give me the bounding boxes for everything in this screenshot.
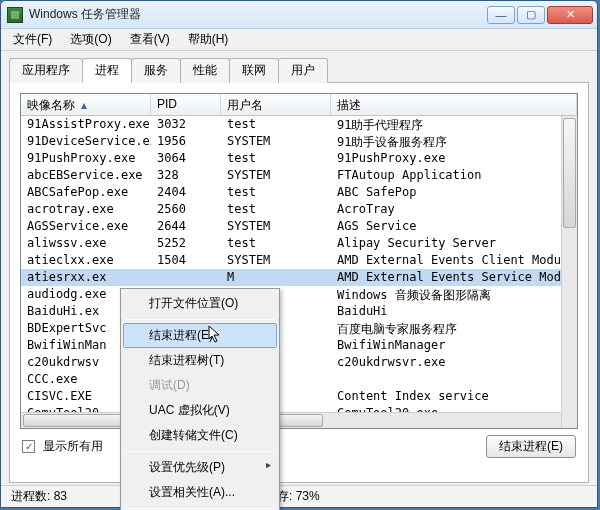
menu-options[interactable]: 选项(O) [62, 28, 119, 51]
cell: 91PushProxy.exe [21, 150, 151, 167]
statusbar: 进程数: 83 存: 73% [1, 485, 597, 507]
ctx-create-dump[interactable]: 创建转储文件(C) [123, 423, 277, 448]
cell: BwifiWinManager [331, 337, 577, 354]
tab-services[interactable]: 服务 [131, 58, 181, 83]
cell: aliwssv.exe [21, 235, 151, 252]
cell: ABCSafePop.exe [21, 184, 151, 201]
cell: AGSService.exe [21, 218, 151, 235]
cell: abcEBService.exe [21, 167, 151, 184]
table-row[interactable]: atieclxx.exe1504SYSTEMAMD External Event… [21, 252, 577, 269]
end-process-button[interactable]: 结束进程(E) [486, 435, 576, 458]
ctx-end-process-tree[interactable]: 结束进程树(T) [123, 348, 277, 373]
tab-applications[interactable]: 应用程序 [9, 58, 83, 83]
window-buttons: — ▢ ✕ [487, 6, 593, 24]
show-all-checkbox[interactable]: ✓ [22, 440, 35, 453]
maximize-button[interactable]: ▢ [517, 6, 545, 24]
table-row[interactable]: aliwssv.exe5252testAlipay Security Serve… [21, 235, 577, 252]
ctx-open-file-location[interactable]: 打开文件位置(O) [123, 291, 277, 316]
cell: Windows 音频设备图形隔离 [331, 286, 577, 303]
cell [331, 371, 577, 388]
panel-footer: ✓ 显示所有用 结束进程(E) [20, 429, 578, 458]
cell [151, 269, 221, 286]
titlebar[interactable]: Windows 任务管理器 — ▢ ✕ [1, 1, 597, 29]
table-row[interactable]: audiodg.exeSERVICEWindows 音频设备图形隔离 [21, 286, 577, 303]
list-header: 映像名称 PID 用户名 描述 [21, 94, 577, 116]
ctx-set-affinity[interactable]: 设置相关性(A)... [123, 480, 277, 505]
table-row[interactable]: 91AssistProxy.exe3032test91助手代理程序 [21, 116, 577, 133]
content: 应用程序 进程 服务 性能 联网 用户 映像名称 PID 用户名 描述 91As… [1, 51, 597, 483]
cell: 1956 [151, 133, 221, 150]
cell: AMD External Events Client Modu [331, 252, 577, 269]
cell: 1504 [151, 252, 221, 269]
table-row[interactable]: BDExpertSvc百度电脑专家服务程序 [21, 320, 577, 337]
ctx-set-priority[interactable]: 设置优先级(P) [123, 455, 277, 480]
col-user[interactable]: 用户名 [221, 94, 331, 115]
horizontal-scrollbar[interactable] [21, 412, 561, 428]
close-button[interactable]: ✕ [547, 6, 593, 24]
cell: 3032 [151, 116, 221, 133]
tab-users[interactable]: 用户 [278, 58, 328, 83]
cell: 2644 [151, 218, 221, 235]
cell: BaiduHi [331, 303, 577, 320]
menu-file[interactable]: 文件(F) [5, 28, 60, 51]
vertical-scrollbar[interactable] [561, 116, 577, 428]
cell: 3064 [151, 150, 221, 167]
cell: 91AssistProxy.exe [21, 116, 151, 133]
show-all-label: 显示所有用 [43, 438, 103, 455]
table-row[interactable]: AGSService.exe2644SYSTEMAGS Service [21, 218, 577, 235]
table-row[interactable]: CISVC.EXEContent Index service [21, 388, 577, 405]
col-description[interactable]: 描述 [331, 94, 577, 115]
tab-processes[interactable]: 进程 [82, 58, 132, 83]
cell: 91助手代理程序 [331, 116, 577, 133]
cell: acrotray.exe [21, 201, 151, 218]
table-row[interactable]: c20ukdrwsvc20ukdrwsvr.exe [21, 354, 577, 371]
cell: SYSTEM [221, 218, 331, 235]
cell: test [221, 184, 331, 201]
ctx-end-process[interactable]: 结束进程(E) [123, 323, 277, 348]
status-process-count: 进程数: 83 [11, 488, 67, 505]
tab-networking[interactable]: 联网 [229, 58, 279, 83]
cell: M [221, 269, 331, 286]
cell: atiesrxx.ex [21, 269, 151, 286]
menubar: 文件(F) 选项(O) 查看(V) 帮助(H) [1, 29, 597, 51]
context-menu: 打开文件位置(O) 结束进程(E) 结束进程树(T) 调试(D) UAC 虚拟化… [120, 288, 280, 510]
process-list: 映像名称 PID 用户名 描述 91AssistProxy.exe3032tes… [20, 93, 578, 429]
cell: test [221, 116, 331, 133]
ctx-uac-virtualization[interactable]: UAC 虚拟化(V) [123, 398, 277, 423]
list-rows: 91AssistProxy.exe3032test91助手代理程序91Devic… [21, 116, 577, 429]
tab-performance[interactable]: 性能 [180, 58, 230, 83]
cell: test [221, 235, 331, 252]
vscroll-thumb[interactable] [563, 118, 576, 228]
window-title: Windows 任务管理器 [29, 6, 487, 23]
cell: AcroTray [331, 201, 577, 218]
table-row[interactable]: BaiduHi.exBaiduHi [21, 303, 577, 320]
table-row[interactable]: 91DeviceService.exe1956SYSTEM91助手设备服务程序 [21, 133, 577, 150]
table-row[interactable]: BwifiWinManBwifiWinManager [21, 337, 577, 354]
cell: AGS Service [331, 218, 577, 235]
cell: SYSTEM [221, 252, 331, 269]
col-pid[interactable]: PID [151, 94, 221, 115]
table-row[interactable]: CCC.exe [21, 371, 577, 388]
menu-view[interactable]: 查看(V) [122, 28, 178, 51]
table-row[interactable]: 91PushProxy.exe3064test91PushProxy.exe [21, 150, 577, 167]
app-icon [7, 7, 23, 23]
cell: 328 [151, 167, 221, 184]
table-row[interactable]: acrotray.exe2560testAcroTray [21, 201, 577, 218]
cell: 91PushProxy.exe [331, 150, 577, 167]
cell: FTAutoup Application [331, 167, 577, 184]
processes-panel: 映像名称 PID 用户名 描述 91AssistProxy.exe3032tes… [9, 83, 589, 483]
table-row[interactable]: atiesrxx.exMAMD External Events Service … [21, 269, 577, 286]
cell: ABC SafePop [331, 184, 577, 201]
table-row[interactable]: ABCSafePop.exe2404testABC SafePop [21, 184, 577, 201]
status-memory: 存: 73% [277, 488, 320, 505]
cell: 91助手设备服务程序 [331, 133, 577, 150]
ctx-separator [125, 451, 275, 452]
cell: 2560 [151, 201, 221, 218]
cell: Alipay Security Server [331, 235, 577, 252]
col-image-name[interactable]: 映像名称 [21, 94, 151, 115]
menu-help[interactable]: 帮助(H) [180, 28, 237, 51]
table-row[interactable]: abcEBService.exe328SYSTEMFTAutoup Applic… [21, 167, 577, 184]
cell: test [221, 201, 331, 218]
minimize-button[interactable]: — [487, 6, 515, 24]
tabstrip: 应用程序 进程 服务 性能 联网 用户 [9, 57, 589, 83]
